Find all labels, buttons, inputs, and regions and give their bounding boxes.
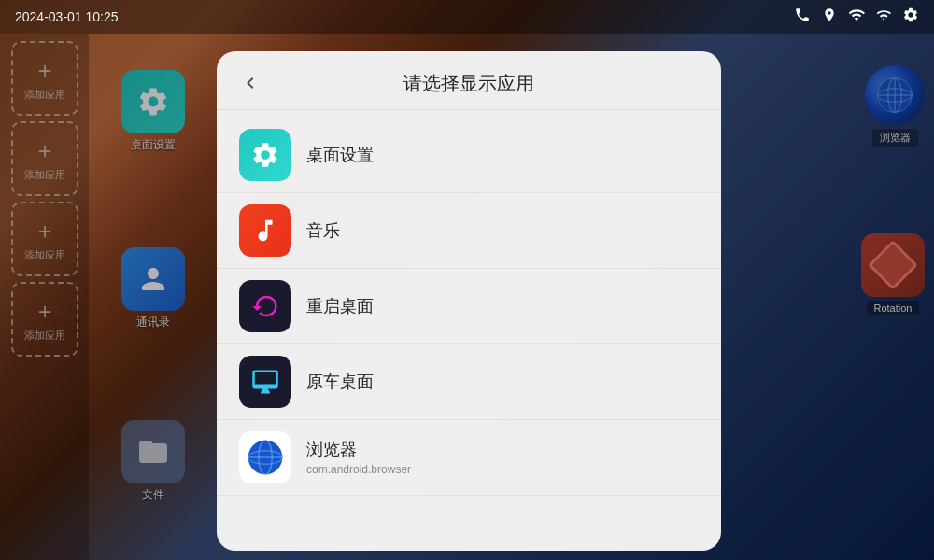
app-list-pkg-browser: com.android.browser (306, 463, 411, 476)
app-list-item-restart[interactable]: 重启桌面 (217, 269, 721, 344)
app-list-item-desktop-settings[interactable]: 桌面设置 (217, 118, 721, 193)
wifi-icon (848, 7, 865, 27)
app-list-info-music: 音乐 (306, 219, 340, 242)
app-list-icon-browser (239, 431, 291, 483)
app-list-info-restart: 重启桌面 (306, 295, 374, 317)
app-list-name-restart: 重启桌面 (306, 295, 374, 317)
status-datetime: 2024-03-01 10:25 (15, 9, 119, 24)
app-list-name-browser: 浏览器 (306, 439, 411, 461)
app-list-info-desktop-settings: 桌面设置 (306, 144, 374, 166)
app-list-info-original-desktop: 原车桌面 (306, 371, 374, 393)
modal-header: 请选择显示应用 (217, 51, 721, 110)
app-list-item-original-desktop[interactable]: 原车桌面 (217, 344, 721, 420)
app-list-icon-desktop-settings (239, 129, 291, 181)
modal-back-button[interactable] (235, 68, 265, 98)
status-bar: 2024-03-01 10:25 (0, 0, 934, 34)
app-select-modal: 请选择显示应用 桌面设置 音乐 重启桌面 (217, 51, 721, 551)
location-icon (822, 7, 837, 26)
app-list: 桌面设置 音乐 重启桌面 原车桌面 (217, 110, 721, 551)
settings-icon[interactable] (902, 7, 919, 27)
signal-icon (876, 7, 891, 26)
app-list-name-desktop-settings: 桌面设置 (306, 144, 374, 166)
app-list-item-browser[interactable]: 浏览器 com.android.browser (217, 420, 721, 496)
app-list-info-browser: 浏览器 com.android.browser (306, 439, 411, 476)
app-list-icon-music (239, 204, 291, 257)
app-list-icon-restart (239, 280, 291, 332)
app-list-name-original-desktop: 原车桌面 (306, 371, 374, 393)
app-list-name-music: 音乐 (306, 219, 340, 242)
status-icons (794, 7, 919, 27)
modal-title: 请选择显示应用 (265, 71, 672, 96)
app-list-item-music[interactable]: 音乐 (217, 193, 721, 269)
app-list-icon-original-desktop (239, 356, 291, 408)
phone-icon (794, 7, 811, 27)
